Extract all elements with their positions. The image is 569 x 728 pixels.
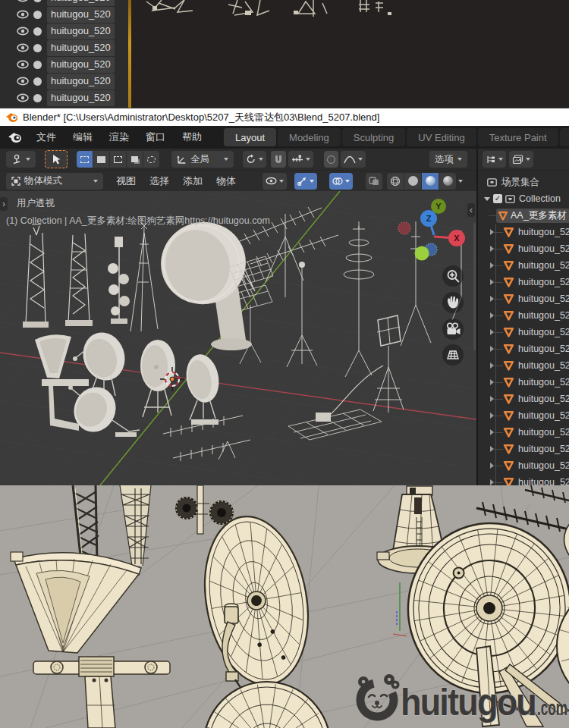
- snap-toggle[interactable]: [271, 151, 286, 168]
- outliner-object-row[interactable]: huitugou_520: [478, 240, 569, 257]
- editor-type-dropdown[interactable]: [6, 151, 36, 168]
- options-dropdown[interactable]: 选项: [429, 151, 467, 168]
- toolbar-expand-arrow[interactable]: ›: [0, 197, 8, 211]
- select-mode-new[interactable]: [77, 151, 93, 168]
- list-item[interactable]: huitugou_520: [0, 0, 129, 6]
- falloff-dropdown[interactable]: [341, 151, 366, 168]
- outliner-object-row[interactable]: huitugou_520: [478, 340, 569, 357]
- sidebar-expand-arrow[interactable]: ‹: [467, 203, 475, 217]
- selectable-icon[interactable]: [33, 61, 42, 69]
- outliner-scrollbar[interactable]: [473, 223, 476, 350]
- selectable-icon[interactable]: [33, 0, 42, 2]
- zoom-button[interactable]: [442, 265, 464, 287]
- workspace-tab[interactable]: UV Editing: [407, 128, 476, 146]
- menu-item[interactable]: 编辑: [64, 127, 101, 147]
- lattice-tower-2[interactable]: [65, 234, 93, 326]
- object-name[interactable]: huitugou_520: [47, 40, 115, 56]
- select-mode-invert[interactable]: [127, 151, 143, 168]
- menu-item[interactable]: 文件: [28, 127, 64, 147]
- outliner-object-row[interactable]: huitugou_520: [478, 357, 569, 374]
- menu-item[interactable]: 添加: [176, 171, 209, 191]
- workspace-tab[interactable]: Sculpting: [342, 128, 405, 146]
- menu-item[interactable]: 帮助: [174, 127, 210, 147]
- list-item[interactable]: huitugou_520: [0, 56, 129, 73]
- transform-orientation-dropdown[interactable]: 全局: [171, 151, 234, 168]
- select-mode-intersect[interactable]: [143, 151, 159, 168]
- outliner-display-dropdown[interactable]: [509, 151, 533, 168]
- visibility-dropdown[interactable]: [262, 173, 287, 190]
- object-name[interactable]: huitugou_520: [47, 0, 115, 6]
- selectable-icon[interactable]: [33, 44, 42, 52]
- workspace-tab[interactable]: Layout: [224, 128, 276, 146]
- selectable-icon[interactable]: [33, 27, 42, 36]
- xray-toggle[interactable]: [366, 173, 382, 190]
- outliner-object-row[interactable]: huitugou_520: [478, 457, 569, 474]
- disclosure-open-icon[interactable]: [484, 197, 490, 201]
- eye-icon[interactable]: [17, 77, 29, 86]
- app-logo-icon[interactable]: [8, 132, 22, 143]
- workspace-tab[interactable]: Texture Paint: [478, 128, 558, 146]
- dish-2[interactable]: [73, 327, 131, 397]
- proportional-edit-toggle[interactable]: [324, 151, 338, 168]
- object-name[interactable]: huitugou_520: [47, 24, 115, 39]
- eye-icon[interactable]: [17, 43, 29, 52]
- menu-item[interactable]: 选择: [143, 171, 176, 191]
- selectable-icon[interactable]: [33, 77, 42, 86]
- scene-collection-row[interactable]: 场景集合: [478, 174, 569, 190]
- shading-material-preview[interactable]: [422, 173, 439, 190]
- ground-grid-antenna[interactable]: [288, 410, 382, 440]
- outliner-object-row[interactable]: huitugou_520: [478, 407, 569, 424]
- list-item[interactable]: huitugou_520: [0, 73, 129, 89]
- menu-item[interactable]: 视图: [109, 171, 143, 191]
- list-item[interactable]: huitugou_520: [0, 6, 129, 23]
- object-name[interactable]: huitugou_520: [47, 57, 115, 73]
- outliner-editor-dropdown[interactable]: [483, 151, 506, 168]
- overlays-toggle-dropdown[interactable]: [329, 173, 353, 190]
- shading-rendered[interactable]: [439, 173, 456, 190]
- object-name[interactable]: huitugou_520: [47, 90, 115, 106]
- shading-solid[interactable]: [404, 173, 421, 190]
- workspace-tab[interactable]: Modeling: [278, 128, 341, 146]
- outliner-object-row[interactable]: huitugou_520: [478, 224, 569, 240]
- object-name[interactable]: huitugou_520: [47, 74, 115, 89]
- discone-antenna[interactable]: [344, 221, 374, 377]
- menu-item[interactable]: 窗口: [137, 127, 174, 147]
- selectable-icon[interactable]: [33, 94, 42, 102]
- object-name[interactable]: huitugou_520: [47, 7, 115, 23]
- tripod-mast[interactable]: [287, 262, 317, 367]
- outliner-object-row[interactable]: huitugou_520: [478, 307, 569, 324]
- snap-with-dropdown[interactable]: [288, 151, 313, 168]
- eye-icon[interactable]: [17, 93, 29, 102]
- menu-item[interactable]: 物体: [209, 171, 243, 191]
- outliner-object-row[interactable]: huitugou_520: [478, 324, 569, 340]
- pivot-point-dropdown[interactable]: [243, 151, 266, 168]
- active-tool-select-box[interactable]: [45, 150, 68, 168]
- eye-icon[interactable]: [17, 60, 29, 69]
- select-mode-subtract[interactable]: [110, 151, 126, 168]
- outliner-object-row[interactable]: huitugou_520: [478, 290, 569, 307]
- eye-icon[interactable]: [17, 0, 29, 2]
- outliner-object-row[interactable]: huitugou_520: [478, 274, 569, 290]
- pan-hand-button[interactable]: [442, 292, 464, 313]
- outliner-object-row[interactable]: huitugou_520: [478, 474, 569, 485]
- gizmo-neg-y[interactable]: [415, 246, 429, 261]
- collection-checkbox[interactable]: ✓: [493, 194, 502, 203]
- guyed-mast[interactable]: [130, 223, 158, 331]
- ball-cluster-antenna[interactable]: [108, 237, 130, 324]
- gizmos-toggle-dropdown[interactable]: [294, 173, 317, 190]
- list-item[interactable]: huitugou_520: [0, 39, 129, 56]
- select-mode-extend[interactable]: [93, 151, 109, 168]
- list-item[interactable]: huitugou_520: [0, 89, 129, 106]
- perspective-toggle-button[interactable]: [442, 344, 464, 366]
- collection-row[interactable]: ✓ Collection: [478, 190, 569, 207]
- selectable-icon[interactable]: [33, 11, 42, 19]
- eye-icon[interactable]: [17, 27, 29, 36]
- outliner-object-row[interactable]: huitugou_520: [478, 257, 569, 274]
- large-parabolic-dish[interactable]: [152, 213, 255, 350]
- outliner-object-row[interactable]: huitugou_520: [478, 424, 569, 441]
- outliner-object-row[interactable]: huitugou_520: [478, 441, 569, 457]
- mode-dropdown[interactable]: 物体模式: [6, 173, 103, 190]
- shading-dropdown-caret[interactable]: [458, 180, 463, 183]
- orientation-gizmo[interactable]: Y Z X: [398, 199, 465, 261]
- viewport-3d[interactable]: Y Z X: [0, 191, 476, 485]
